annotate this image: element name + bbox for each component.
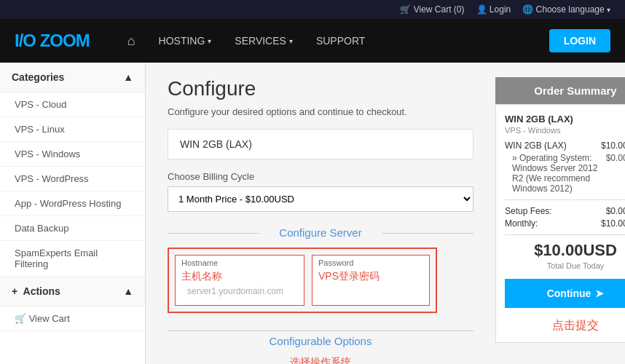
sidebar: Categories ▲ VPS - Cloud VPS - Linux VPS…	[0, 63, 146, 364]
summary-body: WIN 2GB (LAX) VPS - Windows WIN 2GB (LAX…	[495, 104, 625, 343]
order-summary: Order Summary WIN 2GB (LAX) VPS - Window…	[495, 77, 625, 364]
configurable-options-title: Configurable Options	[262, 335, 380, 347]
logo: I/O ZOOM	[15, 31, 90, 51]
hosting-menu[interactable]: HOSTING ▾	[150, 29, 221, 52]
home-button[interactable]: ⌂	[119, 28, 144, 55]
chevron-down-icon: ▾	[208, 37, 211, 45]
billing-cycle-group: Choose Billing Cycle 1 Month Price - $10…	[168, 171, 473, 212]
summary-line-1: WIN 2GB (LAX) $10.00USD	[505, 141, 625, 151]
services-menu[interactable]: SERVICES ▾	[226, 29, 302, 52]
sidebar-item-vps-cloud[interactable]: VPS - Cloud	[0, 92, 145, 117]
language-icon	[522, 4, 535, 15]
actions-label: + Actions	[12, 285, 60, 297]
summary-due: Total Due Today	[505, 261, 625, 270]
nav-links: ⌂ HOSTING ▾ SERVICES ▾ SUPPORT LOGIN	[119, 28, 610, 55]
continue-button[interactable]: Continue ➤	[505, 279, 625, 308]
categories-header: Categories ▲	[0, 63, 145, 92]
collapse-icon: ▲	[123, 71, 133, 83]
sidebar-item-data-backup[interactable]: Data Backup	[0, 216, 145, 241]
password-input[interactable]	[312, 288, 429, 302]
arrow-right-icon: ➤	[595, 288, 604, 299]
hostname-label: Hostname	[176, 256, 304, 267]
plus-icon: +	[12, 285, 17, 297]
top-bar: View Cart (0) Login Choose language ▾	[0, 0, 625, 19]
billing-cycle-label: Choose Billing Cycle	[168, 171, 473, 182]
sidebar-item-vps-wordpress[interactable]: VPS - WordPress	[0, 167, 145, 191]
submit-hint: 点击提交	[505, 318, 625, 333]
summary-monthly: Monthly: $10.00USD	[505, 218, 625, 229]
sidebar-item-vps-linux[interactable]: VPS - Linux	[0, 117, 145, 142]
cart-icon-sm: 🛒	[15, 313, 29, 324]
navbar: I/O ZOOM ⌂ HOSTING ▾ SERVICES ▾ SUPPORT …	[0, 19, 625, 63]
hostname-field-box: Hostname 主机名称	[175, 255, 304, 306]
summary-header: Order Summary	[495, 77, 625, 104]
configure-server-title: Configure Server	[168, 226, 473, 239]
summary-setup-fees: Setup Fees: $0.00USD	[505, 206, 625, 216]
configurable-options-subtitle: 选择操作系统	[168, 356, 473, 364]
content-area: Configure Configure your desired options…	[146, 63, 495, 364]
login-button[interactable]: LOGIN	[549, 29, 610, 52]
summary-product-type: VPS - Windows	[505, 126, 625, 135]
support-button[interactable]: SUPPORT	[307, 29, 374, 52]
summary-product-name: WIN 2GB (LAX)	[505, 114, 625, 124]
summary-line-2: » Operating System: Windows Server 2012 …	[505, 153, 625, 194]
sidebar-item-spamexperts[interactable]: SpamExperts Email Filtering	[0, 241, 145, 277]
login-link[interactable]: Login	[476, 4, 511, 15]
view-cart-link[interactable]: View Cart (0)	[400, 4, 464, 15]
server-fields-wrapper: Hostname 主机名称 Password VPS登录密码	[168, 248, 437, 313]
summary-total: $10.00USD	[505, 241, 625, 260]
sidebar-item-view-cart[interactable]: 🛒 View Cart	[0, 306, 145, 331]
sidebar-item-vps-windows[interactable]: VPS - Windows	[0, 142, 145, 167]
sidebar-item-app-wordpress[interactable]: App - WordPress Hosting	[0, 191, 145, 216]
user-icon	[476, 4, 490, 15]
categories-label: Categories	[12, 71, 64, 83]
page-subtitle: Configure your desired options and conti…	[168, 106, 473, 117]
configurable-options-section: Configurable Options	[168, 323, 473, 352]
cart-icon	[400, 4, 413, 15]
language-link[interactable]: Choose language ▾	[522, 4, 610, 15]
hostname-input[interactable]	[181, 283, 298, 301]
chevron-down-icon: ▾	[289, 37, 293, 45]
summary-divider	[505, 199, 625, 200]
billing-cycle-select[interactable]: 1 Month Price - $10.00USD 3 Month Price …	[168, 186, 473, 212]
password-field-box: Password VPS登录密码	[312, 255, 430, 306]
hostname-hint: 主机名称	[176, 267, 304, 305]
page-title: Configure	[168, 77, 473, 100]
main-layout: Categories ▲ VPS - Cloud VPS - Linux VPS…	[0, 63, 625, 364]
chevron-down-icon: ▾	[607, 6, 610, 14]
product-box: WIN 2GB (LAX)	[168, 129, 473, 159]
summary-divider-2	[505, 234, 625, 235]
password-label: Password	[312, 256, 429, 267]
password-hint: VPS登录密码	[312, 267, 429, 288]
actions-header: + Actions ▲	[0, 277, 145, 306]
collapse-icon: ▲	[123, 285, 133, 297]
